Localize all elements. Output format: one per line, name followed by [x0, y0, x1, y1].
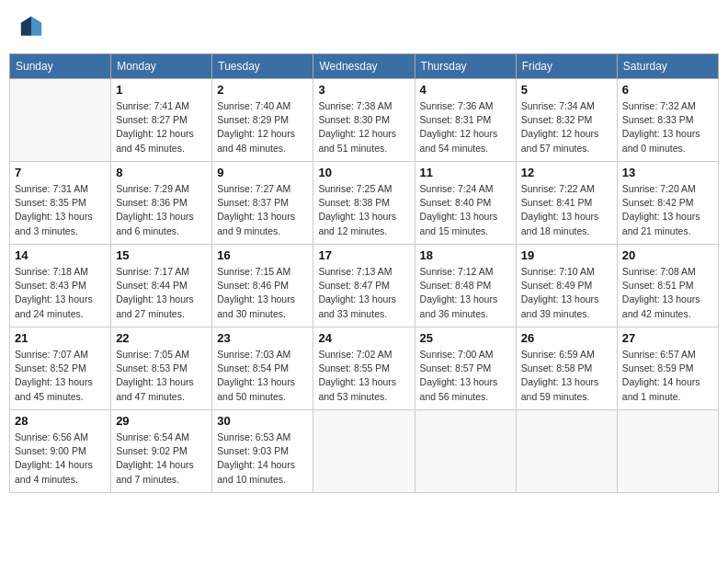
day-number: 23: [217, 331, 308, 345]
day-number: 26: [521, 331, 612, 345]
day-info: Sunrise: 7:03 AMSunset: 8:54 PMDaylight:…: [217, 348, 308, 404]
day-cell-26: 26Sunrise: 6:59 AMSunset: 8:58 PMDayligh…: [516, 327, 617, 410]
day-cell-27: 27Sunrise: 6:57 AMSunset: 8:59 PMDayligh…: [617, 327, 718, 410]
day-info: Sunrise: 6:59 AMSunset: 8:58 PMDaylight:…: [521, 348, 612, 404]
day-info: Sunrise: 6:57 AMSunset: 8:59 PMDaylight:…: [622, 348, 713, 404]
day-number: 1: [116, 83, 207, 97]
day-info: Sunrise: 7:41 AMSunset: 8:27 PMDaylight:…: [116, 99, 207, 155]
day-info: Sunrise: 7:22 AMSunset: 8:41 PMDaylight:…: [521, 182, 612, 238]
day-number: 27: [622, 331, 713, 345]
day-cell-5: 5Sunrise: 7:34 AMSunset: 8:32 PMDaylight…: [516, 79, 617, 162]
day-info: Sunrise: 6:53 AMSunset: 9:03 PMDaylight:…: [217, 431, 308, 487]
day-info: Sunrise: 7:29 AMSunset: 8:36 PMDaylight:…: [116, 182, 207, 238]
empty-cell: [617, 410, 718, 493]
day-info: Sunrise: 7:02 AMSunset: 8:55 PMDaylight:…: [318, 348, 409, 404]
day-number: 22: [116, 331, 207, 345]
day-info: Sunrise: 7:10 AMSunset: 8:49 PMDaylight:…: [521, 265, 612, 321]
day-info: Sunrise: 7:13 AMSunset: 8:47 PMDaylight:…: [318, 265, 409, 321]
day-info: Sunrise: 7:07 AMSunset: 8:52 PMDaylight:…: [15, 348, 106, 404]
day-number: 29: [116, 414, 207, 428]
week-row-4: 21Sunrise: 7:07 AMSunset: 8:52 PMDayligh…: [10, 327, 719, 410]
day-cell-25: 25Sunrise: 7:00 AMSunset: 8:57 PMDayligh…: [415, 327, 516, 410]
day-cell-10: 10Sunrise: 7:25 AMSunset: 8:38 PMDayligh…: [313, 162, 415, 245]
day-number: 10: [318, 166, 409, 179]
week-row-5: 28Sunrise: 6:56 AMSunset: 9:00 PMDayligh…: [10, 410, 719, 493]
day-cell-23: 23Sunrise: 7:03 AMSunset: 8:54 PMDayligh…: [212, 327, 313, 410]
day-cell-14: 14Sunrise: 7:18 AMSunset: 8:43 PMDayligh…: [10, 245, 111, 327]
day-cell-24: 24Sunrise: 7:02 AMSunset: 8:55 PMDayligh…: [313, 327, 415, 410]
logo-icon: [18, 14, 44, 40]
day-cell-1: 1Sunrise: 7:41 AMSunset: 8:27 PMDaylight…: [111, 79, 212, 162]
day-info: Sunrise: 7:27 AMSunset: 8:37 PMDaylight:…: [217, 182, 308, 238]
empty-cell: [415, 410, 516, 493]
weekday-header-thursday: Thursday: [415, 54, 516, 79]
day-cell-8: 8Sunrise: 7:29 AMSunset: 8:36 PMDaylight…: [111, 162, 212, 245]
day-cell-2: 2Sunrise: 7:40 AMSunset: 8:29 PMDaylight…: [212, 79, 313, 162]
day-info: Sunrise: 7:24 AMSunset: 8:40 PMDaylight:…: [420, 182, 511, 238]
day-info: Sunrise: 7:36 AMSunset: 8:31 PMDaylight:…: [420, 99, 511, 155]
day-number: 24: [318, 331, 409, 345]
calendar-body: 1Sunrise: 7:41 AMSunset: 8:27 PMDaylight…: [10, 79, 719, 493]
week-row-2: 7Sunrise: 7:31 AMSunset: 8:35 PMDaylight…: [10, 162, 719, 245]
day-cell-15: 15Sunrise: 7:17 AMSunset: 8:44 PMDayligh…: [111, 245, 212, 327]
day-cell-28: 28Sunrise: 6:56 AMSunset: 9:00 PMDayligh…: [10, 410, 111, 493]
day-info: Sunrise: 7:25 AMSunset: 8:38 PMDaylight:…: [318, 182, 409, 238]
svg-marker-0: [31, 17, 41, 36]
day-info: Sunrise: 7:15 AMSunset: 8:46 PMDaylight:…: [217, 265, 308, 321]
day-cell-20: 20Sunrise: 7:08 AMSunset: 8:51 PMDayligh…: [617, 245, 718, 327]
day-cell-21: 21Sunrise: 7:07 AMSunset: 8:52 PMDayligh…: [10, 327, 111, 410]
empty-cell: [516, 410, 617, 493]
empty-cell: [10, 79, 111, 162]
day-number: 2: [217, 83, 308, 97]
day-cell-22: 22Sunrise: 7:05 AMSunset: 8:53 PMDayligh…: [111, 327, 212, 410]
day-cell-16: 16Sunrise: 7:15 AMSunset: 8:46 PMDayligh…: [212, 245, 313, 327]
day-cell-3: 3Sunrise: 7:38 AMSunset: 8:30 PMDaylight…: [313, 79, 415, 162]
day-info: Sunrise: 6:54 AMSunset: 9:02 PMDaylight:…: [116, 431, 207, 487]
day-cell-19: 19Sunrise: 7:10 AMSunset: 8:49 PMDayligh…: [516, 245, 617, 327]
day-number: 25: [420, 331, 511, 345]
day-number: 9: [217, 166, 308, 179]
day-number: 6: [622, 83, 713, 97]
day-info: Sunrise: 7:32 AMSunset: 8:33 PMDaylight:…: [622, 99, 713, 155]
day-number: 15: [116, 248, 207, 262]
day-number: 18: [420, 248, 511, 262]
day-cell-7: 7Sunrise: 7:31 AMSunset: 8:35 PMDaylight…: [10, 162, 111, 245]
page-header: [9, 9, 719, 44]
day-number: 16: [217, 248, 308, 262]
day-cell-30: 30Sunrise: 6:53 AMSunset: 9:03 PMDayligh…: [212, 410, 313, 493]
weekday-header-tuesday: Tuesday: [212, 54, 313, 79]
weekday-header-friday: Friday: [516, 54, 617, 79]
day-info: Sunrise: 7:20 AMSunset: 8:42 PMDaylight:…: [622, 182, 713, 238]
weekday-header-wednesday: Wednesday: [313, 54, 415, 79]
logo: [18, 14, 48, 40]
day-info: Sunrise: 7:12 AMSunset: 8:48 PMDaylight:…: [420, 265, 511, 321]
day-info: Sunrise: 7:05 AMSunset: 8:53 PMDaylight:…: [116, 348, 207, 404]
day-info: Sunrise: 7:34 AMSunset: 8:32 PMDaylight:…: [521, 99, 612, 155]
day-cell-13: 13Sunrise: 7:20 AMSunset: 8:42 PMDayligh…: [617, 162, 718, 245]
day-number: 30: [217, 414, 308, 428]
empty-cell: [313, 410, 415, 493]
day-number: 4: [420, 83, 511, 97]
day-number: 11: [420, 166, 511, 179]
week-row-1: 1Sunrise: 7:41 AMSunset: 8:27 PMDaylight…: [10, 79, 719, 162]
day-number: 19: [521, 248, 612, 262]
svg-marker-1: [21, 17, 31, 36]
week-row-3: 14Sunrise: 7:18 AMSunset: 8:43 PMDayligh…: [10, 245, 719, 327]
day-info: Sunrise: 7:31 AMSunset: 8:35 PMDaylight:…: [15, 182, 106, 238]
weekday-header-saturday: Saturday: [617, 54, 718, 79]
day-number: 20: [622, 248, 713, 262]
day-cell-11: 11Sunrise: 7:24 AMSunset: 8:40 PMDayligh…: [415, 162, 516, 245]
day-info: Sunrise: 7:40 AMSunset: 8:29 PMDaylight:…: [217, 99, 308, 155]
day-info: Sunrise: 7:08 AMSunset: 8:51 PMDaylight:…: [622, 265, 713, 321]
weekday-header-sunday: Sunday: [10, 54, 111, 79]
day-info: Sunrise: 7:17 AMSunset: 8:44 PMDaylight:…: [116, 265, 207, 321]
day-number: 5: [521, 83, 612, 97]
day-number: 3: [318, 83, 409, 97]
day-number: 17: [318, 248, 409, 262]
day-cell-17: 17Sunrise: 7:13 AMSunset: 8:47 PMDayligh…: [313, 245, 415, 327]
day-cell-12: 12Sunrise: 7:22 AMSunset: 8:41 PMDayligh…: [516, 162, 617, 245]
day-number: 28: [15, 414, 106, 428]
day-info: Sunrise: 7:18 AMSunset: 8:43 PMDaylight:…: [15, 265, 106, 321]
day-number: 7: [15, 166, 106, 179]
day-cell-18: 18Sunrise: 7:12 AMSunset: 8:48 PMDayligh…: [415, 245, 516, 327]
